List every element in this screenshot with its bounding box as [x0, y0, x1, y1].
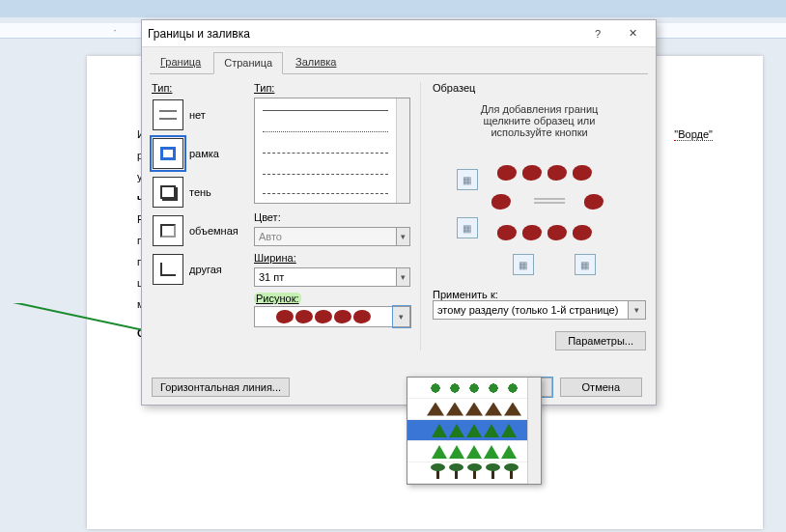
width-label: Ширина: — [254, 252, 410, 264]
doc-word-underlined: "Ворде" — [674, 128, 713, 141]
preset-column: Тип: нет рамка тень объемная другая — [152, 82, 244, 350]
picture-preview — [254, 306, 393, 327]
dropdown-icon[interactable]: ▾ — [397, 267, 410, 287]
preset-3d-icon — [153, 215, 183, 246]
dialog-tabs: Граница Страница Заливка — [142, 47, 656, 73]
picture-option[interactable] — [407, 441, 541, 462]
preset-label: рамка — [189, 148, 219, 159]
preset-none[interactable]: нет — [152, 98, 244, 132]
picture-option[interactable] — [407, 378, 541, 399]
preset-shadow-icon — [153, 177, 183, 208]
dropdown-icon[interactable]: ▾ — [629, 300, 646, 320]
sample-page[interactable] — [491, 165, 607, 244]
preset-box-icon — [153, 138, 183, 169]
scrollbar[interactable] — [396, 98, 409, 203]
color-combo[interactable]: ▾ — [254, 227, 410, 246]
preset-3d[interactable]: объемная — [152, 213, 244, 248]
picture-combo[interactable]: ▾ — [254, 306, 410, 327]
preset-none-icon — [153, 99, 183, 130]
apply-to-row: Применить к: ▾ Параметры... — [433, 289, 646, 350]
border-right-toggle[interactable]: ▦ — [575, 254, 596, 275]
border-bottom-toggle[interactable]: ▦ — [457, 217, 478, 238]
apply-to-value[interactable] — [433, 300, 629, 320]
horizontal-line-button[interactable]: Горизонтальная линия... — [152, 378, 290, 397]
picture-dropdown-list[interactable] — [407, 377, 542, 485]
dropdown-icon[interactable]: ▾ — [397, 227, 410, 246]
color-label: Цвет: — [254, 211, 410, 223]
preset-custom-icon — [153, 254, 183, 285]
sample-hint: Для добавления границ щелкните образец и… — [433, 103, 646, 138]
width-value[interactable] — [254, 267, 397, 287]
borders-shading-dialog: Границы и заливка ? ✕ Граница Страница З… — [141, 19, 657, 406]
dialog-titlebar[interactable]: Границы и заливка ? ✕ — [142, 20, 656, 47]
preset-custom[interactable]: другая — [152, 252, 244, 287]
apply-to-combo[interactable]: ▾ — [433, 300, 646, 320]
close-button[interactable]: ✕ — [615, 21, 650, 46]
tab-fill[interactable]: Заливка — [285, 51, 347, 73]
sample-column: Образец Для добавления границ щелкните о… — [420, 82, 646, 350]
picture-label-wrap: Рисунок: — [254, 293, 410, 304]
type-label: Тип: — [152, 82, 244, 94]
tab-page[interactable]: Страница — [213, 52, 283, 74]
ruler-tick: · — [97, 24, 133, 36]
dialog-title: Границы и заливка — [148, 27, 580, 41]
apply-to-label: Применить к: — [433, 289, 646, 300]
preset-label: тень — [189, 186, 211, 198]
preset-label: нет — [189, 109, 206, 121]
tab-border[interactable]: Граница — [150, 51, 211, 73]
dialog-body: Тип: нет рамка тень объемная другая — [142, 74, 656, 356]
sample-preview[interactable]: ▦ ▦ ▦ ▦ — [453, 148, 627, 273]
style-column: Тип: Цвет: ▾ Ширина: ▾ Рисунок: — [254, 82, 410, 350]
border-left-toggle[interactable]: ▦ — [513, 254, 534, 275]
parameters-button[interactable]: Параметры... — [555, 331, 646, 350]
preset-box[interactable]: рамка — [152, 136, 244, 171]
preset-shadow[interactable]: тень — [152, 175, 244, 210]
picture-option[interactable] — [407, 399, 541, 420]
sample-label: Образец — [433, 82, 646, 94]
picture-option[interactable] — [407, 462, 541, 484]
hint-line: используйте кнопки — [433, 126, 646, 138]
ribbon-placeholder — [0, 0, 786, 17]
cancel-button[interactable]: Отмена — [560, 378, 642, 397]
scrollbar[interactable] — [527, 378, 541, 484]
border-top-toggle[interactable]: ▦ — [457, 169, 478, 190]
help-button[interactable]: ? — [580, 21, 615, 46]
line-style-list[interactable] — [254, 98, 410, 204]
hint-line: Для добавления границ — [433, 103, 646, 115]
hint-line: щелкните образец или — [433, 115, 646, 126]
doc-text: "Ворде" — [674, 124, 713, 145]
picture-label: Рисунок: — [254, 293, 301, 304]
preset-label: объемная — [189, 225, 239, 237]
dropdown-icon[interactable]: ▾ — [393, 306, 410, 327]
line-type-label: Тип: — [254, 82, 410, 94]
picture-option-selected[interactable] — [407, 420, 541, 441]
width-combo[interactable]: ▾ — [254, 267, 410, 287]
color-value[interactable] — [254, 227, 397, 246]
preset-label: другая — [189, 264, 222, 275]
